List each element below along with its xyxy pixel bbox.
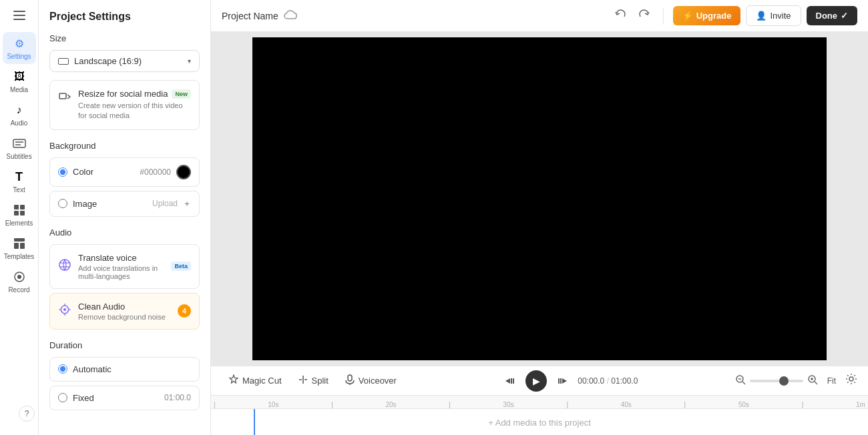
svg-marker-22 <box>505 378 510 384</box>
svg-rect-4 <box>20 205 25 209</box>
resize-card[interactable]: Resize for social media New Create new v… <box>49 80 200 130</box>
text-icon: T <box>12 169 27 184</box>
sidebar-item-settings-label: Settings <box>7 53 31 60</box>
resize-card-description: Create new version of this video for soc… <box>78 101 191 121</box>
play-button[interactable]: ▶ <box>525 370 547 392</box>
svg-line-34 <box>815 382 817 384</box>
timeline-settings-button[interactable] <box>845 373 857 388</box>
playback-controls: ▶ 00:00.0 / 01:00.0 <box>500 370 638 392</box>
done-button[interactable]: Done ✓ <box>807 6 858 25</box>
color-label: Color <box>73 167 93 177</box>
image-radio[interactable] <box>58 199 67 208</box>
sidebar-item-text[interactable]: T Text <box>3 165 36 197</box>
done-label: Done <box>816 11 838 21</box>
translate-card-description: Add voice translations in multi-language… <box>78 264 164 280</box>
sidebar-item-templates[interactable]: Templates <box>3 232 36 264</box>
upgrade-label: Upgrade <box>696 11 732 21</box>
cloud-icon[interactable] <box>284 9 298 23</box>
fixed-value: 01:00.0 <box>164 393 191 402</box>
upload-icon[interactable]: ＋ <box>183 198 191 209</box>
time-display: 00:00.0 / 01:00.0 <box>578 376 638 386</box>
svg-point-11 <box>17 275 21 279</box>
background-image-option[interactable]: Image Upload ＋ <box>49 191 200 217</box>
ruler-mark-41: | <box>684 401 686 408</box>
svg-point-16 <box>63 308 66 311</box>
sidebar-item-subtitles[interactable]: Subtitles <box>3 132 36 164</box>
skip-back-button[interactable] <box>500 371 520 391</box>
fit-button[interactable]: Fit <box>822 374 841 388</box>
sidebar-item-elements[interactable]: Elements <box>3 199 36 231</box>
automatic-radio[interactable] <box>58 364 67 374</box>
invite-label: Invite <box>770 11 791 21</box>
translate-voice-card[interactable]: Translate voice Add voice translations i… <box>49 244 200 289</box>
upgrade-button[interactable]: ⚡ Upgrade <box>673 6 741 25</box>
sidebar-item-media-label: Media <box>10 86 28 93</box>
svg-rect-12 <box>59 93 66 99</box>
zoom-in-button[interactable] <box>807 374 818 388</box>
sidebar-item-settings[interactable]: ⚙ Settings <box>3 32 36 64</box>
ruler-mark-11: | <box>331 401 333 408</box>
ruler-mark-40: 40s <box>621 401 632 408</box>
voiceover-label: Voiceover <box>359 376 397 386</box>
timeline-ruler: | 10s | 20s | 30s | 40s | 50s | 1m <box>211 396 868 409</box>
duration-fixed-option[interactable]: Fixed 01:00.0 <box>49 386 200 410</box>
zoom-slider[interactable] <box>750 380 803 382</box>
top-bar: Project Name ⚡ Upgrade 👤 Invite <box>211 0 868 32</box>
zoom-thumb <box>779 376 789 386</box>
zoom-out-button[interactable] <box>735 374 746 388</box>
help-button[interactable]: ? <box>19 406 35 422</box>
translate-icon <box>58 258 71 275</box>
svg-rect-20 <box>348 375 352 381</box>
fixed-radio[interactable] <box>58 393 67 402</box>
skip-forward-button[interactable] <box>552 371 572 391</box>
sidebar-item-subtitles-label: Subtitles <box>6 153 31 160</box>
help-icon: ? <box>25 409 29 418</box>
sidebar-item-audio[interactable]: ♪ Audio <box>3 99 36 131</box>
background-color-option[interactable]: Color #000000 <box>49 157 200 187</box>
size-dropdown[interactable]: Landscape (16:9) ▾ <box>49 50 200 72</box>
ruler-mark-30: 30s <box>503 401 514 408</box>
invite-button[interactable]: 👤 Invite <box>746 5 801 26</box>
panel-title: Project Settings <box>49 11 200 23</box>
undo-button[interactable] <box>611 5 631 26</box>
redo-button[interactable] <box>634 5 654 26</box>
color-swatch[interactable] <box>176 165 191 179</box>
video-canvas <box>252 37 827 360</box>
sidebar-item-record[interactable]: Record <box>3 266 36 298</box>
sidebar-item-media[interactable]: 🖼 Media <box>3 65 36 97</box>
ruler-mark-31: | <box>566 401 568 408</box>
svg-rect-23 <box>511 378 512 384</box>
media-icon: 🖼 <box>12 69 27 84</box>
size-section-label: Size <box>49 33 200 43</box>
split-button[interactable]: Split <box>291 371 335 390</box>
duration-automatic-option[interactable]: Automatic <box>49 357 200 382</box>
voiceover-button[interactable]: Voiceover <box>338 371 403 390</box>
settings-panel: Project Settings Size Landscape (16:9) ▾… <box>39 0 211 435</box>
upload-label: Upload <box>152 199 178 208</box>
clean-audio-icon <box>58 303 71 320</box>
person-icon: 👤 <box>756 11 767 21</box>
total-time: 01:00.0 <box>611 376 638 386</box>
clean-audio-title: Clean Audio <box>78 302 166 312</box>
upgrade-icon: ⚡ <box>682 11 693 21</box>
svg-rect-24 <box>513 378 514 384</box>
sidebar-item-templates-label: Templates <box>4 253 35 260</box>
voiceover-icon <box>345 374 355 387</box>
video-preview <box>211 32 868 366</box>
clean-audio-description: Remove background noise <box>78 313 166 321</box>
hamburger-button[interactable] <box>3 5 36 25</box>
timeline-add-media[interactable]: + Add media to this project <box>211 409 868 435</box>
color-radio[interactable] <box>58 167 67 177</box>
clean-audio-card[interactable]: Clean Audio Remove background noise 4 <box>49 293 200 330</box>
fixed-label: Fixed <box>73 393 94 403</box>
split-icon <box>298 374 308 387</box>
duration-section-label: Duration <box>49 340 200 350</box>
magic-cut-button[interactable]: Magic Cut <box>222 371 288 390</box>
color-value: #000000 <box>140 167 171 177</box>
image-label: Image <box>73 199 97 209</box>
svg-rect-0 <box>13 139 25 147</box>
chevron-down-icon: ▾ <box>188 57 191 65</box>
audio-icon: ♪ <box>12 103 27 117</box>
automatic-label: Automatic <box>73 364 112 374</box>
new-badge: New <box>172 89 191 99</box>
